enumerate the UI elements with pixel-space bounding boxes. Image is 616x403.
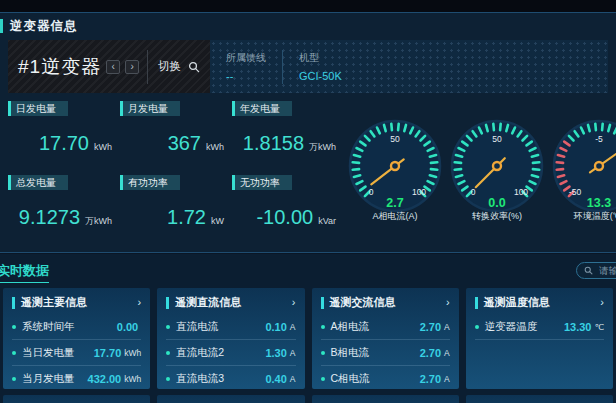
stat-value: 1.8158	[232, 132, 304, 155]
row-value: 0.10	[265, 321, 286, 333]
gauge-value: 13.3	[587, 196, 611, 210]
switch-label[interactable]: 切换	[158, 59, 181, 74]
chevron-right-icon[interactable]: ›	[600, 297, 604, 308]
stat-card: 总发电量 9.1273 万kWh	[8, 175, 112, 235]
data-row: 系统时间年 0.00	[12, 314, 141, 340]
gauge-min-label: 0	[471, 187, 476, 197]
stat-label: 有功功率	[128, 176, 168, 190]
next-inverter-button[interactable]: ›	[125, 60, 139, 74]
panel-title: 逆变器信息	[10, 18, 78, 35]
row-value: 2.70	[420, 373, 441, 385]
gauge-hub	[391, 162, 399, 170]
row-label: 直流电流3	[176, 372, 224, 386]
row-label: 直流电流2	[176, 346, 224, 360]
card-accent-bar	[12, 297, 15, 309]
card-title: 遥测交流信息	[330, 295, 396, 310]
card-accent-bar	[475, 297, 478, 309]
card-stub	[157, 395, 304, 403]
bullet-icon	[12, 377, 16, 381]
bullet-icon	[166, 325, 170, 329]
card-stub	[466, 395, 613, 403]
bullet-icon	[12, 351, 16, 355]
gauge-title: A相电流(A)	[373, 211, 418, 221]
realtime-cards-row: 遥测主要信息 › 系统时间年 0.00 当日发电量 17.70 kWh 当月发电…	[3, 288, 613, 389]
chevron-right-icon[interactable]: ›	[292, 297, 296, 308]
stat-card: 无功功率 -10.00 kVar	[232, 175, 336, 235]
gauge-hub	[493, 162, 501, 170]
stat-accent-bar	[8, 175, 11, 190]
row-unit: kWh	[124, 348, 141, 358]
gauge-min-label: 0	[369, 187, 374, 197]
stat-unit: kWh	[94, 142, 112, 152]
bullet-icon	[321, 325, 325, 329]
bullet-icon	[166, 351, 170, 355]
row-value: 2.70	[420, 321, 441, 333]
row-label: 逆变器温度	[485, 320, 538, 334]
inverter-dashboard: 逆变器信息 #1逆变器 ‹ › 切换 所属馈线 --	[0, 0, 616, 403]
top-strip	[0, 0, 616, 12]
panel-header: 逆变器信息	[0, 18, 78, 34]
data-row: 当月发电量 432.00 kWh	[12, 366, 141, 389]
gauge-title: 转换效率(%)	[472, 211, 522, 221]
prev-inverter-button[interactable]: ‹	[106, 60, 120, 74]
search-icon[interactable]	[188, 61, 200, 73]
row-value: 1.30	[265, 347, 286, 359]
stat-label: 总发电量	[16, 176, 56, 190]
gauge-chart: 0501002.7A相电流(A)	[345, 114, 445, 224]
chevron-right-icon[interactable]: ›	[446, 297, 450, 308]
stat-card: 日发电量 17.70 kWh	[8, 101, 112, 161]
row-unit: kWh	[124, 374, 141, 384]
row-label: C相电流	[331, 372, 370, 386]
data-row: 直流电流3 0.40 A	[166, 366, 295, 389]
stat-card: 年发电量 1.8158 万kWh	[232, 101, 336, 161]
header-accent-bar	[0, 19, 3, 33]
realtime-card: 遥测主要信息 › 系统时间年 0.00 当日发电量 17.70 kWh 当月发电…	[3, 288, 150, 389]
chevron-right-icon[interactable]: ›	[138, 297, 142, 308]
gauge-value: 0.0	[488, 196, 505, 210]
row-unit: A	[290, 374, 296, 384]
search-input[interactable]	[597, 264, 616, 277]
meta-value: --	[226, 70, 266, 82]
card-header[interactable]: 遥测主要信息 ›	[3, 288, 150, 314]
stat-label: 月发电量	[128, 102, 168, 116]
gauge-hub	[595, 162, 603, 170]
row-value: 0.40	[265, 373, 286, 385]
realtime-card: 遥测温度信息 › 逆变器温度 13.30 ℃	[466, 288, 613, 389]
gauge-value: 2.7	[386, 196, 403, 210]
realtime-search-box[interactable]	[576, 262, 616, 279]
card-header[interactable]: 遥测交流信息 ›	[312, 288, 459, 314]
stat-title-strip: 无功功率	[232, 175, 292, 190]
card-header[interactable]: 遥测直流信息 ›	[157, 288, 304, 314]
stat-title-strip: 年发电量	[232, 101, 292, 116]
row-unit: A	[444, 374, 450, 384]
bullet-icon	[321, 351, 325, 355]
stat-title-strip: 总发电量	[8, 175, 68, 190]
meta-item-feeder: 所属馈线 --	[226, 51, 266, 82]
stat-label: 日发电量	[16, 102, 56, 116]
stat-accent-bar	[232, 175, 235, 190]
row-label: A相电流	[331, 320, 370, 334]
card-accent-bar	[166, 297, 169, 309]
row-label: 当日发电量	[22, 346, 75, 360]
data-row: C相电流 2.70 A	[321, 366, 450, 389]
row-value: 13.30	[564, 321, 592, 333]
stat-unit: kW	[211, 216, 224, 226]
stats-grid: 日发电量 17.70 kWh 月发电量 367 kWh 年发电量 1.8158 …	[8, 101, 336, 235]
row-unit: A	[444, 322, 450, 332]
row-unit: A	[290, 322, 296, 332]
stat-unit: kWh	[206, 142, 224, 152]
stat-title-strip: 月发电量	[120, 101, 180, 116]
search-icon	[584, 266, 593, 275]
card-header[interactable]: 遥测温度信息 ›	[466, 288, 613, 314]
gauge-mid-label: -5	[595, 134, 603, 144]
realtime-card: 遥测直流信息 › 直流电流 0.10 A 直流电流2 1.30 A 直流电流3 …	[157, 288, 304, 389]
gauge-chart: 0501000.0转换效率(%)	[447, 114, 547, 224]
inverter-meta-box: 所属馈线 -- 机型 GCI-50K	[210, 40, 608, 93]
row-label: 系统时间年	[22, 320, 75, 334]
data-row: 直流电流 0.10 A	[166, 314, 295, 340]
stat-card: 有功功率 1.72 kW	[120, 175, 224, 235]
gauges-row: 0501002.7A相电流(A)0501000.0转换效率(%)-50-5401…	[345, 114, 616, 224]
bullet-icon	[475, 325, 479, 329]
card-title: 遥测温度信息	[484, 295, 550, 310]
row-value: 17.70	[94, 347, 122, 359]
